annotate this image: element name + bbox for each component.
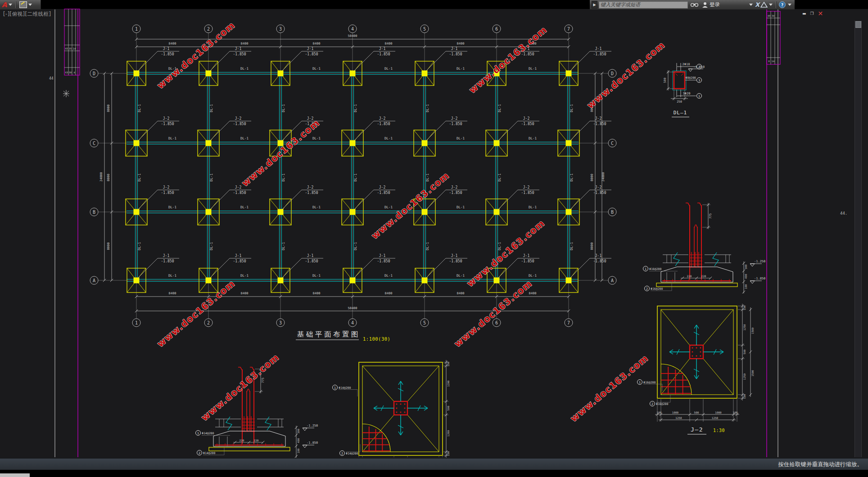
elev-top: -1.250 (307, 424, 318, 428)
dl1-height: 500 (663, 78, 667, 83)
beam-label: DL-1 (209, 173, 213, 181)
grid-bubble-left: C (93, 141, 95, 146)
beam-label: DL-1 (281, 104, 285, 112)
app-store-caret-icon[interactable] (769, 4, 773, 6)
viewport-controls[interactable]: [-][俯视][二维线框] (3, 11, 51, 18)
dl1-width: 250 (677, 100, 682, 104)
svg-text:2: 2 (199, 451, 200, 455)
footing-elev: -1.850 (449, 52, 462, 56)
beam-label: DL-1 (457, 67, 465, 71)
footing-label: J-2 (235, 117, 242, 121)
login-caret-icon[interactable] (749, 4, 753, 6)
grid-bubble-bottom: 2 (207, 320, 210, 325)
grid-bubble-top: 3 (279, 27, 282, 32)
side-dim: 100 (297, 448, 300, 453)
dim-span: 8400 (169, 42, 176, 45)
search-binoculars-icon[interactable] (690, 1, 699, 8)
command-grip[interactable] (0, 473, 30, 477)
plan-right-outer: 1500 (751, 327, 754, 334)
footing-elev: -1.850 (593, 52, 606, 56)
save-icon[interactable] (19, 1, 27, 8)
beam-label: DL-1 (497, 242, 502, 250)
login-link[interactable]: 登录 (710, 1, 720, 8)
footing-label: J-1 (163, 254, 170, 258)
side-dim: 100 (744, 284, 747, 289)
footing-elev: -1.850 (233, 122, 246, 126)
autocad-window: A ▶ 登录 X ? [-][俯视][二维线框] ▬ ❐ (0, 0, 868, 477)
dim-span: 8000 (107, 174, 110, 181)
grid-bubble-bottom: 7 (567, 320, 570, 325)
dim-span: 8400 (241, 292, 249, 295)
beam-label: DL-1 (312, 136, 321, 140)
svg-text:2: 2 (651, 402, 653, 406)
footing-elev: -1.850 (161, 122, 174, 126)
svg-text:3: 3 (698, 79, 700, 82)
dim-span: 8000 (107, 243, 110, 250)
beam-label: DL-1 (529, 67, 537, 71)
grid-bubble-top: 7 (567, 27, 570, 32)
app-menu-caret-icon[interactable] (9, 4, 12, 6)
dim-span: 8400 (241, 42, 249, 45)
app-store-icon[interactable] (760, 2, 768, 8)
footing-elev: -1.850 (521, 122, 534, 126)
plan-right-dim: 1250 (743, 324, 746, 331)
beam-label: DL-1 (281, 242, 285, 250)
center-dim: 220 (254, 439, 259, 442)
plan-right-dim: 1200 (447, 430, 450, 436)
elev-bottom: -1.850 (754, 277, 765, 280)
footing-label: J-1 (451, 47, 458, 51)
footing-label: J-1 (235, 47, 242, 51)
autocad-logo-icon[interactable]: A (2, 1, 7, 9)
search-input[interactable] (599, 1, 688, 9)
footing-label: J-1 (235, 254, 242, 258)
beam-label: DL-1 (497, 173, 502, 181)
plan-right-outer: 1500 (751, 370, 754, 377)
plan-title: 基础平面布置图 (297, 330, 360, 338)
beam-label: DL-1 (312, 205, 321, 209)
footing-elev: -1.850 (305, 52, 318, 56)
svg-text:4: 4 (73, 71, 75, 74)
grid-bubble-top: 1 (135, 27, 138, 32)
dim-span: 8000 (107, 104, 110, 112)
minimize-icon[interactable]: ▬ (802, 11, 806, 16)
footing-elev: -1.850 (593, 191, 606, 195)
restore-icon[interactable]: ❐ (810, 11, 814, 16)
beam-label: DL-1 (168, 274, 176, 278)
footing-elev: -1.850 (233, 191, 246, 195)
close-icon[interactable]: ✕ (818, 11, 823, 16)
beam-label: DL-1 (384, 274, 393, 278)
beam-label: DL-1 (168, 205, 176, 209)
footing-label: J-2 (523, 117, 530, 121)
beam-label: DL-1 (353, 173, 357, 181)
beam-label: DL-1 (137, 173, 141, 181)
beam-label: DL-1 (137, 242, 141, 250)
grid-bubble-right: B (611, 210, 614, 215)
footing-elev: -1.850 (377, 191, 390, 195)
beam-label: DL-1 (457, 205, 465, 209)
help-caret-icon[interactable] (788, 4, 791, 6)
plan-right-dim: 100 (743, 305, 746, 310)
cad-canvas[interactable]: 44.4465351463384483481411223344556677DDC… (0, 0, 868, 477)
beam-label: DL-1 (209, 104, 213, 112)
toolbar-customize-caret-icon[interactable] (28, 4, 32, 6)
plan-right-dim: 100 (447, 451, 450, 456)
footing-elev: -1.850 (377, 259, 390, 263)
plan-bottom-dim: 1000 (715, 411, 722, 414)
beam-label: DL-1 (312, 274, 321, 278)
help-icon[interactable]: ? (779, 1, 786, 8)
beam-label: DL-1 (425, 173, 429, 181)
footing-label: J-2 (307, 185, 314, 189)
svg-text:2: 2 (646, 287, 648, 291)
search-flyout-icon[interactable]: ▶ (592, 1, 597, 9)
dl1-elev: -1.450 (693, 65, 705, 69)
footing-label: J-1 (163, 47, 170, 51)
beam-label: DL-1 (240, 67, 249, 71)
scrollbar-thumb[interactable] (855, 21, 861, 28)
grid-bubble-right: A (611, 278, 614, 283)
grid-bubble-top: 4 (351, 27, 354, 32)
plan-right-dim: 1200 (447, 380, 450, 387)
grid-bubble-left: D (93, 71, 95, 76)
vertical-scrollbar[interactable] (854, 21, 862, 457)
dl1-top-bars: 2Φ18 (683, 63, 690, 66)
autodesk-exchange-icon[interactable]: X (755, 1, 760, 8)
